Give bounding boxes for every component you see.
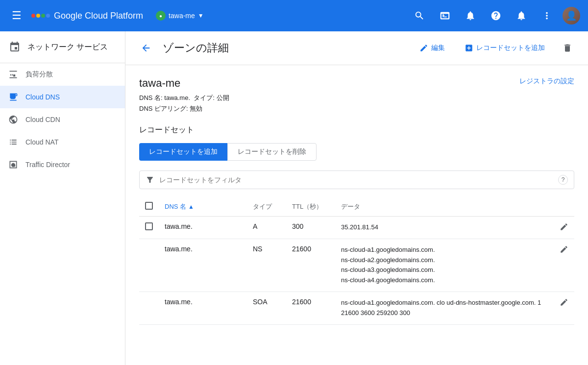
cell-ttl: 21600 [286,239,335,292]
avatar[interactable]: 👤 [563,7,580,24]
header-dns-name[interactable]: DNS 名 ▲ [159,197,247,217]
table-row: tawa.me.SOA21600ns-cloud-a1.googledomain… [139,292,574,324]
zone-dns-meta: DNS 名: tawa.me. タイプ: 公開 [139,94,229,102]
filter-input[interactable] [159,176,553,184]
peering-label: DNS ピアリング: [139,105,188,112]
sidebar-item-cloud-nat[interactable]: Cloud NAT [0,131,125,153]
table-header-row: DNS 名 ▲ タイプ TTL（秒） データ [139,197,574,217]
help-icon[interactable] [486,6,506,25]
sidebar-item-label-cloud-dns: Cloud DNS [25,93,60,101]
type-label: タイプ: [194,94,215,101]
zone-peering-meta: DNS ピアリング: 無効 [139,104,229,113]
dns-value: tawa.me. [164,94,190,101]
cloud-cdn-icon [8,114,19,125]
content-area: tawa-me DNS 名: tawa.me. タイプ: 公開 DNS ピアリン… [125,65,588,337]
sidebar-item-traffic-director[interactable]: Traffic Director [0,153,125,176]
delete-recordset-button[interactable]: レコードセットを削除 [227,143,317,161]
hamburger-menu[interactable]: ☰ [8,5,25,26]
edit-pencil-icon[interactable] [560,222,568,231]
sidebar-item-load-balancing[interactable]: 負荷分散 [0,63,125,86]
sidebar-item-label-traffic-director: Traffic Director [25,161,70,169]
header-edit-col [554,197,574,217]
edit-pencil-icon[interactable] [560,245,568,254]
cell-type: SOA [247,292,286,324]
row-checkbox[interactable] [145,222,153,230]
terminal-icon[interactable] [435,6,455,25]
filter-icon [146,175,154,184]
registrar-link[interactable]: レジストラの設定 [519,77,574,86]
sidebar-item-label-cloud-nat: Cloud NAT [25,138,58,146]
section-title: レコードセット [139,125,574,135]
filter-help-icon[interactable]: ? [558,175,568,185]
zone-info: tawa-me DNS 名: tawa.me. タイプ: 公開 DNS ピアリン… [139,77,574,115]
sort-arrow-icon: ▲ [188,203,194,210]
brand-title: Google Cloud Platform [54,11,143,21]
page-header: ゾーンの詳細 編集 レコードセットを追加 [125,31,588,65]
avatar-image: 👤 [563,7,580,24]
filter-bar: ? [139,170,574,189]
type-value: 公開 [217,94,229,101]
cell-ttl: 300 [286,217,335,239]
edit-label: 編集 [431,44,445,52]
add-recordset-header-button[interactable]: レコードセットを追加 [459,40,551,56]
recordset-actions: レコードセットを追加 レコードセットを削除 [139,143,574,161]
sidebar-header-title: ネットワーク サービス [27,42,108,52]
peering-value: 無効 [190,105,202,112]
cell-type: NS [247,239,286,292]
header-actions: 編集 レコードセットを追加 [414,39,576,57]
cell-data: 35.201.81.54 [335,217,554,239]
main-content: ゾーンの詳細 編集 レコードセットを追加 [125,31,588,365]
header-checkbox[interactable] [145,202,153,210]
cloud-nat-icon [8,137,19,147]
cell-dns-name: tawa.me. [159,217,247,239]
chevron-down-icon: ▼ [198,12,204,19]
sidebar: ネットワーク サービス 負荷分散 Cloud DNS [0,31,125,365]
add-recordset-header-label: レコードセットを追加 [476,44,545,52]
cell-ttl: 21600 [286,292,335,324]
header-checkbox-col [139,197,159,217]
brand-icon [31,14,50,18]
search-icon[interactable] [410,6,429,25]
dns-label: DNS 名: [139,94,163,101]
sidebar-item-label-load-balancing: 負荷分散 [25,70,53,79]
add-recordset-button[interactable]: レコードセットを追加 [139,143,227,161]
top-navbar: ☰ Google Cloud Platform ● tawa-me ▼ 👤 [0,0,588,31]
edit-button[interactable]: 編集 [414,40,451,56]
notification-icon[interactable] [461,6,480,25]
cell-data: ns-cloud-a1.googledomains.com. clo ud-dn… [335,292,554,324]
edit-pencil-icon[interactable] [560,298,568,307]
cell-type: A [247,217,286,239]
project-name: tawa-me [169,12,195,20]
cell-dns-name: tawa.me. [159,292,247,324]
back-button[interactable] [137,39,155,57]
table-row: tawa.me.A30035.201.81.54 [139,217,574,239]
header-ttl: TTL（秒） [286,197,335,217]
header-data: データ [335,197,554,217]
table-row: tawa.me.NS21600ns-cloud-a1.googledomains… [139,239,574,292]
cell-data: ns-cloud-a1.googledomains.com.ns-cloud-a… [335,239,554,292]
sidebar-item-cloud-cdn[interactable]: Cloud CDN [0,108,125,131]
load-balancing-icon [8,69,19,80]
header-type: タイプ [247,197,286,217]
sidebar-item-cloud-dns[interactable]: Cloud DNS [0,86,125,108]
cell-dns-name: tawa.me. [159,239,247,292]
sidebar-item-label-cloud-cdn: Cloud CDN [25,116,60,123]
records-table: DNS 名 ▲ タイプ TTL（秒） データ tawa.me.A30035.20… [139,197,574,325]
project-dot-icon: ● [156,11,166,21]
traffic-director-icon [8,159,19,170]
project-selector[interactable]: ● tawa-me ▼ [151,8,209,24]
bell-icon[interactable] [512,6,531,25]
zone-name: tawa-me [139,77,229,90]
brand: Google Cloud Platform [31,11,143,21]
cloud-dns-icon [8,92,19,102]
network-services-icon [8,40,22,54]
zone-details: tawa-me DNS 名: tawa.me. タイプ: 公開 DNS ピアリン… [139,77,229,115]
more-vert-icon[interactable] [537,6,557,25]
page-title: ゾーンの詳細 [163,41,406,55]
sidebar-header: ネットワーク サービス [0,31,125,63]
main-layout: ネットワーク サービス 負荷分散 Cloud DNS [0,31,588,365]
delete-button[interactable] [559,39,576,57]
